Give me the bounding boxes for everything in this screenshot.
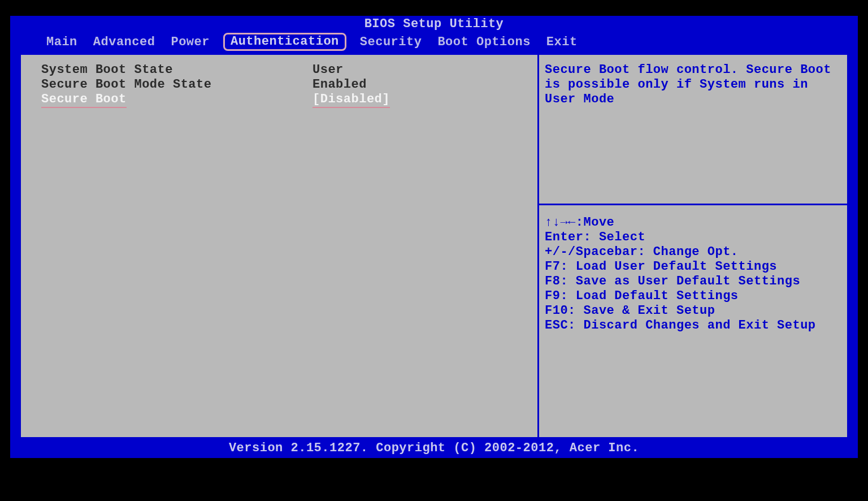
setting-label: Secure Boot xyxy=(41,92,313,107)
setting-label: System Boot State xyxy=(41,63,313,77)
menu-bar: Main Advanced Power Authentication Secur… xyxy=(10,33,858,52)
setting-row[interactable]: Secure Boot Mode State Enabled xyxy=(41,77,518,92)
nav-hint-f7: F7: Load User Default Settings xyxy=(545,260,841,274)
tab-authentication[interactable]: Authentication xyxy=(223,33,346,51)
nav-hint-f8: F8: Save as User Default Settings xyxy=(545,274,841,289)
tab-advanced[interactable]: Advanced xyxy=(91,35,158,50)
footer: Version 2.15.1227. Copyright (C) 2002-20… xyxy=(10,439,858,458)
nav-hint-f10: F10: Save & Exit Setup xyxy=(545,304,841,318)
divider xyxy=(539,204,847,205)
setting-value[interactable]: [Disabled] xyxy=(313,92,390,107)
tab-exit[interactable]: Exit xyxy=(544,35,580,50)
nav-hint-f9: F9: Load Default Settings xyxy=(545,289,841,304)
setting-row[interactable]: System Boot State User xyxy=(41,63,518,77)
setting-label: Secure Boot Mode State xyxy=(41,77,313,92)
setting-value: User xyxy=(313,63,344,77)
tab-boot-options[interactable]: Boot Options xyxy=(435,35,532,50)
tab-main[interactable]: Main xyxy=(44,35,80,50)
bios-screen: BIOS Setup Utility Main Advanced Power A… xyxy=(10,16,858,458)
arrow-keys-icon: ↑↓→← xyxy=(545,215,576,230)
page-title: BIOS Setup Utility xyxy=(10,16,858,33)
help-text: Secure Boot flow control. Secure Boot is… xyxy=(545,63,841,107)
settings-panel: System Boot State User Secure Boot Mode … xyxy=(19,53,539,439)
nav-hint-change: +/-/Spacebar: Change Opt. xyxy=(545,245,841,260)
nav-hint-esc: ESC: Discard Changes and Exit Setup xyxy=(545,318,841,333)
nav-hint-move: ↑↓→←:Move xyxy=(545,215,841,230)
tab-power[interactable]: Power xyxy=(168,35,212,50)
help-panel: Secure Boot flow control. Secure Boot is… xyxy=(539,53,849,439)
setting-value: Enabled xyxy=(313,77,367,92)
tab-security[interactable]: Security xyxy=(358,35,424,50)
content-area: System Boot State User Secure Boot Mode … xyxy=(19,53,849,439)
nav-hint-select: Enter: Select xyxy=(545,230,841,245)
nav-hints: ↑↓→←:Move Enter: Select +/-/Spacebar: Ch… xyxy=(545,215,841,333)
setting-row-secure-boot[interactable]: Secure Boot [Disabled] xyxy=(41,92,518,107)
